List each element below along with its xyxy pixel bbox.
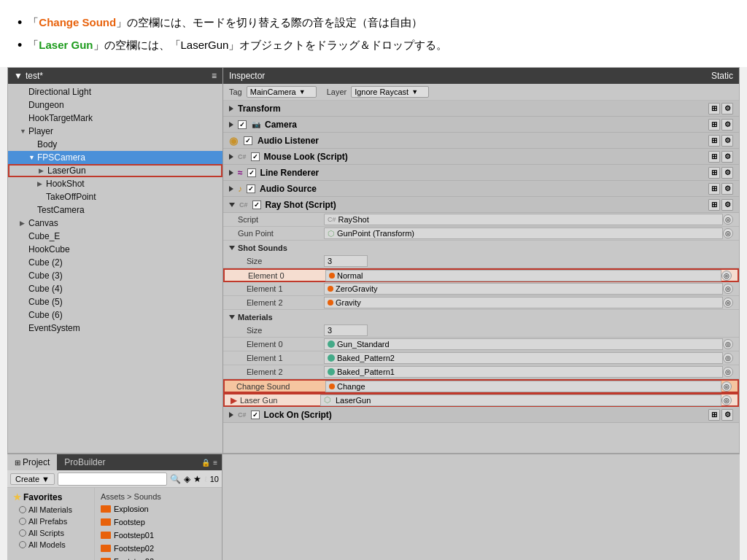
- inspector-title: Inspector: [229, 71, 265, 81]
- hierarchy-menu-icon[interactable]: ≡: [212, 71, 217, 81]
- hierarchy-item-fpscamera[interactable]: ▼ FPSCamera: [8, 151, 222, 164]
- search-icon[interactable]: 🔍: [170, 474, 181, 484]
- audio-listener-icon: ◉: [229, 135, 238, 147]
- element0-picker-btn[interactable]: ◎: [721, 271, 732, 281]
- audio-settings-icon[interactable]: ⊞: [708, 135, 720, 147]
- expand-arrow-icon[interactable]: ▼: [20, 128, 28, 135]
- rayshot-gear-icon[interactable]: ⚙: [721, 199, 733, 211]
- change-sound-picker-btn[interactable]: ◎: [721, 381, 732, 392]
- script-picker-btn[interactable]: ◎: [723, 214, 733, 225]
- hierarchy-item-dungeon[interactable]: Dungeon: [8, 98, 222, 112]
- hierarchy-item-directional-light[interactable]: Directional Light: [8, 85, 222, 98]
- tab-project[interactable]: ⊞ Project: [7, 454, 57, 470]
- size-value[interactable]: 3: [324, 255, 368, 267]
- search-input[interactable]: [58, 472, 167, 486]
- hierarchy-item-cube6[interactable]: Cube (6): [8, 308, 222, 322]
- mouselook-settings-icon[interactable]: ⊞: [708, 151, 720, 163]
- fav-all-models[interactable]: All Models: [7, 539, 94, 551]
- expand-arrow-icon[interactable]: ▼: [28, 154, 37, 161]
- mouselook-gear-icon[interactable]: ⚙: [721, 151, 733, 163]
- script-cs-icon: C#: [328, 216, 336, 223]
- laser-gun-picker-btn[interactable]: ◎: [721, 395, 732, 405]
- hierarchy-item-canvas[interactable]: ▶ Canvas: [8, 217, 222, 230]
- audiosource-gear-icon[interactable]: ⚙: [721, 183, 733, 195]
- audiosource-settings-icon[interactable]: ⊞: [708, 183, 720, 195]
- hierarchy-item-lasergun[interactable]: ▶ LaserGun: [8, 164, 222, 177]
- hierarchy-item-takeoffpoint[interactable]: TakeOffPoint: [8, 190, 222, 203]
- hierarchy-item-body[interactable]: Body: [8, 138, 222, 151]
- footstep-icon: [101, 518, 111, 526]
- element2-picker-btn[interactable]: ◎: [723, 298, 733, 308]
- mat-size-value[interactable]: 3: [324, 324, 368, 336]
- hier-label: Canvas: [28, 218, 58, 228]
- linerenderer-gear-icon[interactable]: ⚙: [721, 167, 733, 179]
- shot-sounds-arrow-icon[interactable]: [229, 246, 235, 250]
- hierarchy-item-cube4[interactable]: Cube (4): [8, 282, 222, 295]
- project-menu-icon[interactable]: ≡: [213, 459, 217, 467]
- hierarchy-item-cube3[interactable]: Cube (3): [8, 269, 222, 282]
- shot-sounds-size-row: Size 3: [223, 254, 739, 268]
- audiosource-component: ♪ ✓ Audio Source ⊞ ⚙: [223, 181, 739, 197]
- camera-settings-icon[interactable]: ⊞: [708, 119, 720, 131]
- fav-all-scripts[interactable]: All Scripts: [7, 527, 94, 539]
- fav-all-prefabs[interactable]: All Prefabs: [7, 516, 94, 527]
- sound-footstep[interactable]: Footstep: [95, 516, 222, 529]
- mouselook-checkbox[interactable]: ✓: [251, 152, 260, 161]
- gunpoint-field-label: Gun Point: [229, 229, 324, 238]
- hierarchy-header: ▼ test* ≡: [8, 68, 222, 84]
- audiosource-arrow-icon: [229, 186, 233, 192]
- tag-dropdown[interactable]: MainCamera ▼: [247, 86, 317, 98]
- audio-listener-checkbox[interactable]: ✓: [244, 136, 252, 145]
- lockon-gear-icon[interactable]: ⚙: [721, 409, 733, 421]
- hierarchy-item-hooktargetmark[interactable]: HookTargetMark: [8, 112, 222, 125]
- expand-arrow-icon[interactable]: ▶: [20, 219, 28, 227]
- rayshot-settings-icon[interactable]: ⊞: [708, 199, 720, 211]
- rayshot-checkbox[interactable]: ✓: [252, 201, 261, 209]
- transform-gear-icon[interactable]: ⚙: [721, 103, 733, 114]
- size-label: Size: [229, 257, 324, 265]
- bookmark-icon[interactable]: ★: [193, 474, 201, 484]
- sound-footstep01[interactable]: Footstep01: [95, 529, 222, 542]
- linerenderer-checkbox[interactable]: ✓: [247, 168, 256, 177]
- mat-element0-picker-btn[interactable]: ◎: [723, 339, 733, 349]
- rayshot-cs-icon: C#: [239, 201, 248, 209]
- sound-footstep02[interactable]: Footstep02: [95, 542, 222, 555]
- linerenderer-settings-icon[interactable]: ⊞: [708, 167, 720, 179]
- hierarchy-item-eventsystem[interactable]: EventSystem: [8, 322, 222, 335]
- explosion-icon: [101, 505, 111, 513]
- hierarchy-item-player[interactable]: ▼ Player: [8, 125, 222, 138]
- camera-checkbox[interactable]: ✓: [238, 120, 247, 129]
- hierarchy-item-hookshot[interactable]: ▶ HookShot: [8, 177, 222, 190]
- camera-gear-icon[interactable]: ⚙: [721, 119, 733, 131]
- sound-explosion[interactable]: Explosion: [95, 502, 222, 516]
- element1-label: Element 1: [229, 284, 324, 293]
- mat-size-label: Size: [229, 326, 324, 335]
- lockon-settings-icon[interactable]: ⊞: [708, 409, 720, 421]
- change-sound-text: Change: [337, 382, 365, 391]
- tab-probuilder[interactable]: ProBuilder: [57, 454, 112, 470]
- hierarchy-item-cube5[interactable]: Cube (5): [8, 295, 222, 308]
- gunpoint-picker-btn[interactable]: ◎: [723, 228, 733, 238]
- filter-icon[interactable]: ◈: [184, 474, 190, 484]
- hierarchy-item-testcamera[interactable]: TestCamera: [8, 203, 222, 217]
- hierarchy-item-cube2[interactable]: Cube (2): [8, 256, 222, 269]
- hierarchy-item-cube-e[interactable]: Cube_E: [8, 230, 222, 243]
- hierarchy-item-hookcube[interactable]: HookCube: [8, 243, 222, 256]
- materials-arrow-icon[interactable]: [229, 315, 235, 319]
- audio-gear-icon[interactable]: ⚙: [721, 135, 733, 147]
- audiosource-checkbox[interactable]: ✓: [247, 184, 255, 193]
- linerenderer-buttons: ⊞ ⚙: [708, 167, 733, 179]
- transform-settings-icon[interactable]: ⊞: [708, 103, 720, 114]
- create-button[interactable]: Create ▼: [10, 473, 55, 485]
- fav-all-materials[interactable]: All Materials: [7, 504, 94, 516]
- sound-footstep03[interactable]: Footstep03: [95, 555, 222, 560]
- project-lock-icon[interactable]: 🔒: [201, 459, 210, 467]
- mat-element2-picker-btn[interactable]: ◎: [723, 367, 733, 377]
- expand-arrow-icon[interactable]: ▶: [37, 180, 46, 187]
- expand-arrow-icon[interactable]: ▶: [39, 167, 47, 174]
- element1-picker-btn[interactable]: ◎: [723, 284, 733, 294]
- layer-dropdown[interactable]: Ignore Raycast ▼: [351, 86, 429, 98]
- audio-listener-label: Audio Listener: [258, 136, 319, 146]
- mat-element1-picker-btn[interactable]: ◎: [723, 353, 733, 363]
- lockon-checkbox[interactable]: ✓: [251, 411, 260, 419]
